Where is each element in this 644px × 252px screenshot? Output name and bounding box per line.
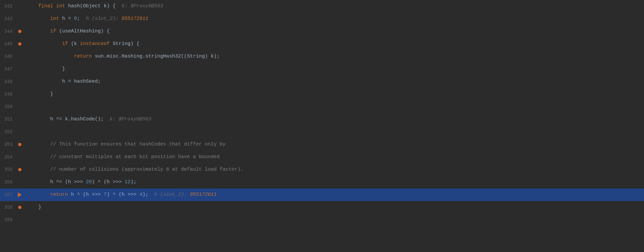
breakpoint-area[interactable] (17, 42, 23, 46)
line-number: 359 (0, 214, 17, 226)
line-number: 351 (0, 113, 17, 126)
code-line-350: 350 (0, 101, 644, 113)
code-line-357: 357 return h ^ (h >>> 7) ^ (h >>> 4); h … (0, 189, 644, 201)
code-line-347: 347 } (0, 63, 644, 75)
code-content: // constant multiples at each bit positi… (23, 151, 644, 163)
line-number: 342 (0, 0, 17, 13)
breakpoint-area[interactable] (17, 206, 23, 209)
breakpoint-dot-empty (18, 155, 21, 159)
breakpoint-area[interactable] (17, 130, 23, 134)
breakpoint-dot (18, 42, 21, 46)
breakpoint-area[interactable] (17, 5, 23, 8)
code-content: int h = 0; h (slot_2): 855172811 (23, 13, 644, 25)
line-number: 356 (0, 176, 17, 189)
line-number: 349 (0, 88, 17, 101)
breakpoint-area[interactable] (17, 155, 23, 159)
breakpoint-dot-empty (18, 105, 21, 108)
code-content: h = hashSeed; (23, 75, 644, 88)
line-number: 357 (0, 189, 17, 201)
line-number: 350 (0, 101, 17, 113)
breakpoint-area[interactable] (17, 30, 23, 33)
code-line-355: 355 // number of collisions (approximate… (0, 163, 644, 176)
code-content: // number of collisions (approximately 8… (23, 163, 644, 176)
line-number: 354 (0, 151, 17, 163)
code-line-351: 351 h ^= k.hashCode(); k: $Proxy0@563 (0, 113, 644, 126)
breakpoint-area[interactable] (17, 143, 23, 146)
breakpoint-area[interactable] (17, 67, 23, 71)
breakpoint-area[interactable] (17, 181, 23, 184)
breakpoint-area[interactable] (17, 192, 23, 197)
line-number: 353 (0, 138, 17, 151)
line-number: 355 (0, 163, 17, 176)
breakpoint-dot-empty (18, 118, 21, 121)
breakpoint-dot-empty (18, 5, 21, 8)
breakpoint-dot (18, 206, 21, 209)
breakpoint-area[interactable] (17, 93, 23, 96)
code-content: final int hash(Object k) { k: $Proxy0@56… (23, 0, 644, 13)
breakpoint-dot (18, 168, 21, 171)
breakpoint-dot-empty (18, 17, 21, 21)
code-line-356: 356 h ^= (h >>> 20) ^ (h >>> 12); (0, 176, 644, 189)
line-number: 352 (0, 126, 17, 138)
code-content: h ^= (h >>> 20) ^ (h >>> 12); (23, 176, 644, 189)
code-content: if (k instanceof String) { (23, 38, 644, 50)
code-content: } (23, 63, 644, 75)
code-line-352: 352 (0, 126, 644, 138)
line-number: 345 (0, 38, 17, 50)
code-line-342: 342 final int hash(Object k) { k: $Proxy… (0, 0, 644, 13)
code-line-353: 353 // This function ensures that hashCo… (0, 138, 644, 151)
code-line-344: 344 if (useAltHashing) { (0, 25, 644, 38)
code-line-359: 359 (0, 214, 644, 226)
code-line-343: 343 int h = 0; h (slot_2): 855172811 (0, 13, 644, 25)
execution-arrow-icon (18, 192, 22, 197)
code-content: // This function ensures that hashCodes … (23, 138, 644, 151)
code-line-346: 346 return sun.misc.Hashing.stringHash32… (0, 50, 644, 63)
breakpoint-area[interactable] (17, 218, 23, 222)
code-editor: 342 final int hash(Object k) { k: $Proxy… (0, 0, 644, 252)
code-content: } (23, 88, 644, 101)
breakpoint-area[interactable] (17, 105, 23, 108)
breakpoint-area[interactable] (17, 80, 23, 83)
line-number: 348 (0, 75, 17, 88)
line-number: 343 (0, 13, 17, 25)
code-content: } (23, 201, 644, 214)
breakpoint-area[interactable] (17, 118, 23, 121)
breakpoint-dot-empty (18, 55, 21, 58)
breakpoint-dot (18, 143, 21, 146)
breakpoint-dot (18, 30, 21, 33)
code-content: h ^= k.hashCode(); k: $Proxy0@563 (23, 113, 644, 126)
line-number: 358 (0, 201, 17, 214)
breakpoint-area[interactable] (17, 168, 23, 171)
code-line-354: 354 // constant multiples at each bit po… (0, 151, 644, 163)
code-content: return h ^ (h >>> 7) ^ (h >>> 4); h (slo… (23, 189, 644, 201)
breakpoint-area[interactable] (17, 17, 23, 21)
line-number: 346 (0, 50, 17, 63)
code-content: return sun.misc.Hashing.stringHash32((St… (23, 50, 644, 63)
breakpoint-dot-empty (18, 218, 21, 222)
breakpoint-area[interactable] (17, 55, 23, 58)
breakpoint-dot-empty (18, 80, 21, 83)
breakpoint-dot-empty (18, 181, 21, 184)
code-line-358: 358 } (0, 201, 644, 214)
code-line-348: 348 h = hashSeed; (0, 75, 644, 88)
code-line-345: 345 if (k instanceof String) { (0, 38, 644, 50)
line-number: 344 (0, 25, 17, 38)
line-number: 347 (0, 63, 17, 75)
breakpoint-dot-empty (18, 130, 21, 134)
breakpoint-dot-empty (18, 93, 21, 96)
code-content: if (useAltHashing) { (23, 25, 644, 38)
code-line-349: 349 } (0, 88, 644, 101)
breakpoint-dot-empty (18, 67, 21, 71)
